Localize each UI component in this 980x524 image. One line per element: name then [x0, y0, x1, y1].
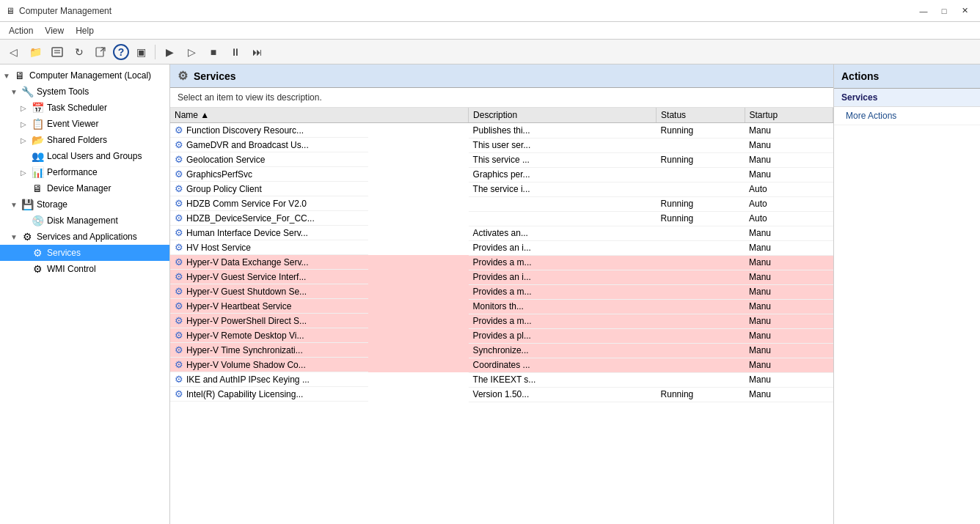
- service-startup: Manu: [745, 167, 833, 182]
- service-status: [657, 284, 745, 299]
- wmi-icon: ⚙: [31, 262, 44, 276]
- stop-button[interactable]: ■: [203, 43, 224, 62]
- col-header-startup[interactable]: Startup: [745, 108, 833, 123]
- sidebar-item-task-scheduler[interactable]: ▷ 📅 Task Scheduler: [0, 100, 169, 116]
- table-row[interactable]: ⚙GraphicsPerfSvcGraphics per...Manu: [170, 167, 833, 182]
- computer-icon: 🖥: [13, 69, 26, 82]
- export-button[interactable]: [91, 43, 111, 62]
- service-gear-icon: ⚙: [175, 227, 183, 238]
- service-gear-icon: ⚙: [175, 359, 183, 370]
- cmd-button[interactable]: ▣: [131, 43, 151, 62]
- resume-button[interactable]: ⏭: [247, 43, 268, 62]
- sidebar-item-label: Services: [47, 248, 81, 258]
- table-row[interactable]: ⚙Hyper-V Time Synchronizati...Synchroniz…: [170, 343, 833, 358]
- sidebar-item-system-tools[interactable]: ▼ 🔧 System Tools: [0, 84, 169, 100]
- play-button[interactable]: ▶: [159, 43, 180, 62]
- service-gear-icon: ⚙: [175, 139, 183, 150]
- refresh-button[interactable]: ↻: [69, 43, 89, 62]
- service-startup: Manu: [745, 387, 833, 402]
- table-row[interactable]: ⚙Hyper-V Data Exchange Serv...Provides a…: [170, 255, 833, 270]
- service-name: HDZB Comm Service For V2.0: [186, 199, 307, 209]
- table-row[interactable]: ⚙GameDVR and Broadcast Us...This user se…: [170, 138, 833, 152]
- table-row[interactable]: ⚙HV Host ServiceProvides an i...Manu: [170, 240, 833, 255]
- table-row[interactable]: ⚙Hyper-V Remote Desktop Vi...Provides a …: [170, 328, 833, 343]
- minimize-button[interactable]: —: [914, 4, 933, 18]
- back-button[interactable]: ◁: [3, 43, 23, 62]
- menu-help[interactable]: Help: [70, 24, 100, 37]
- actions-item-more-actions[interactable]: More Actions: [834, 107, 980, 125]
- performance-icon: 📊: [31, 166, 44, 179]
- table-row[interactable]: ⚙Hyper-V PowerShell Direct S...Provides …: [170, 314, 833, 328]
- service-description: Monitors th...: [469, 299, 657, 314]
- table-row[interactable]: ⚙Intel(R) Capability Licensing...Version…: [170, 387, 833, 402]
- service-startup: Manu: [745, 255, 833, 270]
- sidebar-item-wmi-control[interactable]: ⚙ WMI Control: [0, 261, 169, 277]
- menu-action[interactable]: Action: [3, 24, 39, 37]
- table-row[interactable]: ⚙Geolocation ServiceThis service ...Runn…: [170, 152, 833, 167]
- svg-rect-3: [96, 48, 103, 56]
- sidebar-item-device-manager[interactable]: 🖥 Device Manager: [0, 180, 169, 196]
- table-wrapper: Name ▲ Description Status Startup: [170, 108, 833, 402]
- task-scheduler-icon: 📅: [31, 101, 44, 114]
- description-text: Select an item to view its description.: [178, 92, 322, 103]
- col-header-status[interactable]: Status: [657, 108, 745, 123]
- service-status: [657, 328, 745, 343]
- left-panel: ▼ 🖥 Computer Management (Local) ▼ 🔧 Syst…: [0, 64, 170, 524]
- table-row[interactable]: ⚙HDZB Comm Service For V2.0RunningAuto: [170, 196, 833, 211]
- actions-header: Actions: [834, 64, 980, 89]
- properties-button[interactable]: [47, 43, 67, 62]
- sidebar-item-services-applications[interactable]: ▼ ⚙ Services and Applications: [0, 229, 169, 245]
- service-description: This user ser...: [469, 138, 657, 152]
- sidebar-item-event-viewer[interactable]: ▷ 📋 Event Viewer: [0, 116, 169, 132]
- actions-section-services[interactable]: Services: [834, 89, 980, 107]
- tree-root-item[interactable]: ▼ 🖥 Computer Management (Local): [0, 67, 169, 84]
- sidebar-item-label: Local Users and Groups: [47, 151, 142, 161]
- sidebar-item-shared-folders[interactable]: ▷ 📂 Shared Folders: [0, 132, 169, 148]
- pause-button[interactable]: ⏸: [225, 43, 246, 62]
- sidebar-item-label: WMI Control: [47, 264, 96, 274]
- folder-button[interactable]: 📁: [25, 43, 45, 62]
- sidebar-item-label: Shared Folders: [47, 135, 107, 145]
- right-panel: Actions Services More Actions: [833, 64, 980, 524]
- service-gear-icon: ⚙: [175, 374, 183, 385]
- table-row[interactable]: ⚙Human Interface Device Serv...Activates…: [170, 226, 833, 240]
- table-row[interactable]: ⚙Hyper-V Guest Service Interf...Provides…: [170, 270, 833, 284]
- col-header-name[interactable]: Name ▲: [170, 108, 469, 123]
- service-startup: Manu: [745, 226, 833, 240]
- table-row[interactable]: ⚙Hyper-V Volume Shadow Co...Coordinates …: [170, 358, 833, 372]
- sidebar-item-label: Task Scheduler: [47, 103, 107, 113]
- sidebar-item-services[interactable]: ⚙ Services: [0, 245, 169, 261]
- table-row[interactable]: ⚙Function Discovery Resourc...Publishes …: [170, 123, 833, 139]
- service-description: This service ...: [469, 152, 657, 167]
- maximize-button[interactable]: □: [935, 4, 954, 18]
- sidebar-item-storage[interactable]: ▼ 💾 Storage: [0, 196, 169, 213]
- sidebar-item-disk-management[interactable]: 💿 Disk Management: [0, 213, 169, 229]
- expand-icon: ▷: [21, 136, 29, 144]
- menu-view[interactable]: View: [39, 24, 70, 37]
- sidebar-item-local-users[interactable]: 👥 Local Users and Groups: [0, 148, 169, 164]
- services-table-container[interactable]: Name ▲ Description Status Startup: [170, 108, 833, 524]
- help-button[interactable]: ?: [113, 44, 129, 60]
- device-manager-icon: 🖥: [31, 182, 44, 195]
- table-row[interactable]: ⚙HDZB_DeviceService_For_CC...RunningAuto: [170, 211, 833, 226]
- table-row[interactable]: ⚙Group Policy ClientThe service i...Auto: [170, 182, 833, 196]
- table-row[interactable]: ⚙IKE and AuthIP IPsec Keying ...The IKEE…: [170, 372, 833, 387]
- service-description: [469, 211, 657, 226]
- table-row[interactable]: ⚙Hyper-V Heartbeat ServiceMonitors th...…: [170, 299, 833, 314]
- svg-rect-0: [52, 48, 62, 56]
- step-button[interactable]: ▷: [181, 43, 202, 62]
- service-status: Running: [657, 196, 745, 211]
- close-button[interactable]: ✕: [955, 4, 974, 18]
- table-row[interactable]: ⚙Hyper-V Guest Shutdown Se...Provides a …: [170, 284, 833, 299]
- col-header-description[interactable]: Description: [469, 108, 657, 123]
- service-status: Running: [657, 123, 745, 139]
- service-description: Graphics per...: [469, 167, 657, 182]
- shared-folders-icon: 📂: [31, 133, 44, 147]
- sidebar-item-label: System Tools: [37, 86, 89, 97]
- service-gear-icon: ⚙: [175, 169, 183, 180]
- services-table-area: Select an item to view its description. …: [170, 88, 833, 524]
- service-status: [657, 167, 745, 182]
- service-name: Group Policy Client: [186, 184, 262, 194]
- service-name: Hyper-V Volume Shadow Co...: [186, 360, 306, 370]
- sidebar-item-performance[interactable]: ▷ 📊 Performance: [0, 164, 169, 180]
